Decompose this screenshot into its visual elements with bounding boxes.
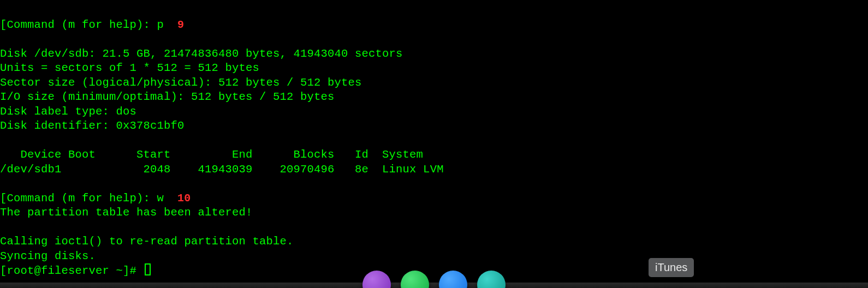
terminal-output[interactable]: [Command (m for help): p 9 Disk /dev/sdb… — [0, 0, 868, 279]
cursor-icon — [145, 263, 151, 275]
disk-line-1: Disk /dev/sdb: 21.5 GB, 21474836480 byte… — [0, 47, 403, 60]
dock-app-icon[interactable] — [439, 271, 467, 288]
out2-line-1: The partition table has been altered! — [0, 206, 253, 219]
partition-row-1: /dev/sdb1 2048 41943039 20970496 8e Linu… — [0, 163, 444, 176]
annotation-10: 10 — [177, 192, 191, 205]
user-input: w — [157, 192, 164, 205]
prompt-text: Command (m for help): — [7, 192, 157, 205]
user-input: p — [157, 19, 164, 31]
prompt-text: Command (m for help): — [7, 19, 157, 31]
annotation-9: 9 — [177, 19, 184, 31]
out2-line-2: Calling ioctl() to re-read partition tab… — [0, 235, 294, 248]
fdisk-prompt-2: [Command (m for help): w 10 — [0, 192, 191, 205]
dock-app-icon[interactable] — [362, 271, 391, 288]
bracket-icon: [ — [0, 192, 7, 205]
bracket-icon: [ — [0, 19, 7, 31]
partition-table-header: Device Boot Start End Blocks Id System — [0, 148, 423, 161]
disk-line-6: Disk identifier: 0x378c1bf0 — [0, 119, 185, 132]
shell-prompt[interactable]: [root@fileserver ~]# — [0, 265, 151, 277]
disk-line-4: I/O size (minimum/optimal): 512 bytes / … — [0, 91, 335, 103]
dock-icons — [362, 271, 506, 288]
disk-line-5: Disk label type: dos — [0, 105, 136, 118]
shell-prompt-text: root@fileserver ~]# — [7, 265, 144, 277]
bracket-icon: [ — [0, 265, 7, 277]
fdisk-prompt-1: [Command (m for help): p 9 — [0, 19, 184, 31]
dock-tooltip: iTunes — [649, 258, 694, 278]
disk-line-3: Sector size (logical/physical): 512 byte… — [0, 76, 362, 89]
dock-app-icon[interactable] — [477, 271, 506, 288]
dock-app-icon[interactable] — [401, 271, 429, 288]
disk-line-2: Units = sectors of 1 * 512 = 512 bytes — [0, 62, 259, 74]
out2-line-3: Syncing disks. — [0, 250, 96, 262]
